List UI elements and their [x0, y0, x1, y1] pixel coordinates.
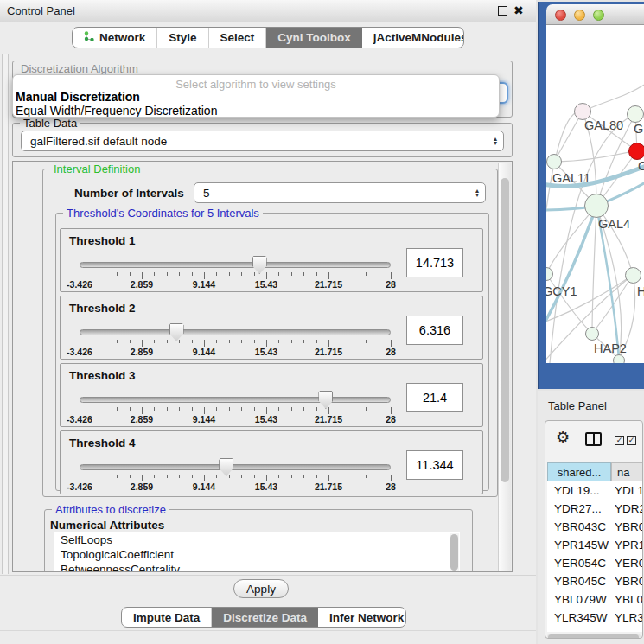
table-row[interactable]: YBR045CYBR0: [547, 572, 643, 590]
dropdown-option-equal-width[interactable]: Equal Width/Frequency Discretization: [13, 104, 499, 118]
number-of-intervals-combobox[interactable]: 5 ▴▾: [194, 182, 486, 203]
checkbox-icon[interactable]: ✓: [615, 436, 624, 445]
thresholds-group: Threshold's Coordinates for 5 Intervals …: [55, 213, 489, 491]
column-header-shared-name[interactable]: shared...: [547, 462, 611, 481]
network-node-gal4[interactable]: [584, 194, 609, 218]
slider-axis-labels: -3.4262.8599.14415.4321.71528: [80, 481, 391, 492]
bottom-tab-impute-data[interactable]: Impute Data: [122, 608, 212, 627]
discretization-algorithm-label: Discretization Algorithm: [21, 62, 138, 75]
attribute-list-item[interactable]: SelfLoops: [54, 532, 460, 547]
attributes-group-label: Attributes to discretize: [52, 503, 169, 516]
table-data-value: galFiltered.sif default node: [30, 135, 167, 148]
network-view-window: GAL80GCGAL11GAL4GCY1HHAP2: [538, 2, 644, 389]
mac-close-icon[interactable]: [555, 10, 566, 21]
table-row[interactable]: YPR145WYPR1: [547, 536, 643, 554]
dropdown-option-manual[interactable]: Manual Discretization: [13, 90, 499, 104]
threshold-panel-3: Threshold 3-3.4262.8599.14415.4321.71528…: [60, 363, 483, 427]
bottom-tab-discretize-data[interactable]: Discretize Data: [212, 608, 318, 627]
list-scrollbar[interactable]: [450, 533, 459, 572]
slider-thumb[interactable]: [252, 256, 267, 274]
threshold-panel-1: Threshold 1-3.4262.8599.14415.4321.71528…: [60, 228, 483, 292]
separator: [0, 575, 536, 576]
tab-jactivemnodules[interactable]: jActiveMNodules: [362, 28, 464, 48]
checkbox-icon[interactable]: ✓: [627, 436, 636, 445]
mac-zoom-icon[interactable]: [593, 10, 604, 21]
bottom-tab-infer-network[interactable]: Infer Network: [318, 608, 406, 627]
control-panel-titlebar: Control Panel ✖: [0, 0, 536, 22]
control-panel-tabbar: NetworkStyleSelectCyni ToolboxjActiveMNo…: [72, 27, 464, 48]
float-window-icon[interactable]: [498, 6, 507, 16]
scrollbar-thumb[interactable]: [501, 178, 509, 482]
table-row[interactable]: YBR043CYBR0: [547, 518, 643, 536]
numerical-attributes-list: SelfLoopsTopologicalCoefficientBetweenne…: [54, 532, 460, 572]
slider-axis-labels: -3.4262.8599.14415.4321.71528: [80, 279, 391, 290]
threshold-value-field[interactable]: 11.344: [406, 450, 463, 480]
node-label: C: [638, 159, 644, 173]
network-nodes-icon: [84, 31, 95, 45]
close-icon[interactable]: ✖: [513, 3, 524, 17]
column-header-name[interactable]: na: [611, 462, 643, 481]
threshold-value-field[interactable]: 14.713: [406, 248, 463, 277]
network-node-gal11[interactable]: [546, 154, 562, 169]
slider-thumb[interactable]: [318, 391, 333, 409]
table-panel-body: ⚙ ✓ ✓ shared... na YDL19...YDL1YDR27...Y…: [545, 420, 643, 639]
threshold-label: Threshold 3: [69, 369, 136, 382]
left-scrollbar[interactable]: [2, 54, 9, 574]
table-row[interactable]: YDL19...YDL1: [547, 481, 643, 500]
network-window-titlebar[interactable]: [546, 4, 644, 25]
slider-thumb[interactable]: [219, 458, 233, 476]
tab-network[interactable]: Network: [73, 28, 157, 48]
slider-thumb[interactable]: [169, 323, 184, 341]
panel-title: Control Panel: [7, 4, 75, 17]
network-node-g[interactable]: [627, 105, 644, 123]
spinner-arrows-icon[interactable]: ▴▾: [475, 188, 479, 197]
tab-style[interactable]: Style: [157, 28, 208, 48]
network-node-h[interactable]: [625, 267, 641, 284]
table-header-row: shared... na: [547, 462, 643, 481]
gear-icon[interactable]: ⚙: [556, 428, 570, 446]
node-label: GAL80: [584, 118, 623, 132]
table-row[interactable]: YBL079WYBL0: [547, 590, 643, 609]
table-row[interactable]: YER054CYER0: [547, 554, 643, 572]
node-label: GCY1: [546, 284, 577, 298]
network-node[interactable]: [613, 354, 625, 363]
threshold-slider[interactable]: [80, 262, 391, 269]
number-of-intervals-value: 5: [203, 187, 210, 200]
attribute-list-item[interactable]: TopologicalCoefficient: [54, 547, 460, 562]
scrollbar-thumb[interactable]: [548, 634, 639, 639]
table-horizontal-scrollbar[interactable]: [547, 634, 641, 639]
threshold-panel-2: Threshold 2-3.4262.8599.14415.4321.71528…: [60, 296, 483, 360]
table-row[interactable]: YDR27...YDR2: [547, 500, 643, 518]
table-data-combobox[interactable]: galFiltered.sif default node ▴▾: [21, 131, 504, 151]
table-data-label: Table Data: [20, 117, 80, 130]
node-label: GAL11: [552, 171, 590, 185]
threshold-slider[interactable]: [80, 464, 391, 471]
settings-vertical-scrollbar[interactable]: [498, 163, 511, 571]
network-node-gal80[interactable]: [574, 103, 591, 120]
table-row[interactable]: YLR345WYLR3: [547, 609, 643, 627]
node-label: HAP2: [594, 341, 627, 355]
tab-select[interactable]: Select: [209, 28, 267, 48]
threshold-slider[interactable]: [80, 397, 391, 404]
mac-minimize-icon[interactable]: [574, 10, 585, 21]
slider-ticks: [80, 340, 391, 347]
spinner-arrows-icon[interactable]: ▴▾: [494, 137, 497, 145]
tab-cyni-toolbox[interactable]: Cyni Toolbox: [266, 28, 362, 48]
network-canvas[interactable]: GAL80GCGAL11GAL4GCY1HHAP2: [546, 25, 644, 363]
network-node-c[interactable]: [628, 143, 644, 160]
node-label: GAL4: [598, 217, 630, 231]
threshold-value-field[interactable]: 6.316: [406, 316, 463, 345]
threshold-value-field[interactable]: 21.4: [406, 383, 463, 412]
control-panel-window: Control Panel ✖ NetworkStyleSelectCyni T…: [0, 0, 536, 644]
apply-button[interactable]: Apply: [233, 579, 289, 598]
slider-axis-labels: -3.4262.8599.14415.4321.71528: [80, 414, 391, 424]
network-node-hap2[interactable]: [585, 327, 599, 341]
table-panel-title: Table Panel: [548, 399, 607, 412]
interval-definition-group: Interval Definition Number of Intervals …: [42, 169, 498, 497]
threshold-slider[interactable]: [80, 329, 391, 336]
separator: [0, 630, 536, 631]
table-row[interactable]: YIL052CYIL0: [547, 627, 643, 632]
split-columns-icon[interactable]: [585, 432, 602, 446]
attribute-list-item[interactable]: BetweennessCentrality: [54, 562, 460, 572]
threshold-panel-4: Threshold 4-3.4262.8599.14415.4321.71528…: [60, 430, 483, 494]
